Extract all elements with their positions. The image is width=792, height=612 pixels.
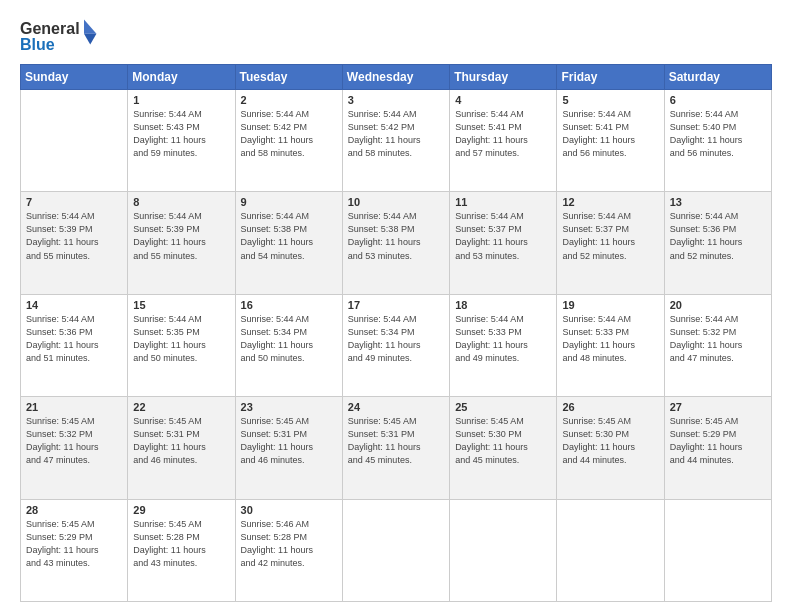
calendar-cell: 1Sunrise: 5:44 AM Sunset: 5:43 PM Daylig… (128, 90, 235, 192)
day-number: 22 (133, 401, 229, 413)
day-info: Sunrise: 5:45 AM Sunset: 5:32 PM Dayligh… (26, 415, 122, 467)
day-info: Sunrise: 5:44 AM Sunset: 5:42 PM Dayligh… (241, 108, 337, 160)
calendar-cell: 25Sunrise: 5:45 AM Sunset: 5:30 PM Dayli… (450, 397, 557, 499)
svg-text:General: General (20, 20, 80, 37)
day-number: 11 (455, 196, 551, 208)
day-info: Sunrise: 5:45 AM Sunset: 5:30 PM Dayligh… (455, 415, 551, 467)
calendar-cell: 27Sunrise: 5:45 AM Sunset: 5:29 PM Dayli… (664, 397, 771, 499)
calendar-cell: 9Sunrise: 5:44 AM Sunset: 5:38 PM Daylig… (235, 192, 342, 294)
calendar-cell: 19Sunrise: 5:44 AM Sunset: 5:33 PM Dayli… (557, 294, 664, 396)
calendar-cell: 14Sunrise: 5:44 AM Sunset: 5:36 PM Dayli… (21, 294, 128, 396)
day-number: 4 (455, 94, 551, 106)
calendar-cell: 15Sunrise: 5:44 AM Sunset: 5:35 PM Dayli… (128, 294, 235, 396)
day-number: 9 (241, 196, 337, 208)
day-info: Sunrise: 5:44 AM Sunset: 5:35 PM Dayligh… (133, 313, 229, 365)
calendar-cell: 28Sunrise: 5:45 AM Sunset: 5:29 PM Dayli… (21, 499, 128, 601)
day-number: 28 (26, 504, 122, 516)
day-number: 30 (241, 504, 337, 516)
day-info: Sunrise: 5:44 AM Sunset: 5:39 PM Dayligh… (26, 210, 122, 262)
day-number: 14 (26, 299, 122, 311)
day-info: Sunrise: 5:45 AM Sunset: 5:28 PM Dayligh… (133, 518, 229, 570)
weekday-header-row: SundayMondayTuesdayWednesdayThursdayFrid… (21, 65, 772, 90)
calendar-cell: 3Sunrise: 5:44 AM Sunset: 5:42 PM Daylig… (342, 90, 449, 192)
calendar-cell: 16Sunrise: 5:44 AM Sunset: 5:34 PM Dayli… (235, 294, 342, 396)
calendar-cell: 17Sunrise: 5:44 AM Sunset: 5:34 PM Dayli… (342, 294, 449, 396)
calendar-cell: 13Sunrise: 5:44 AM Sunset: 5:36 PM Dayli… (664, 192, 771, 294)
day-number: 6 (670, 94, 766, 106)
day-number: 15 (133, 299, 229, 311)
day-number: 17 (348, 299, 444, 311)
calendar-cell: 2Sunrise: 5:44 AM Sunset: 5:42 PM Daylig… (235, 90, 342, 192)
day-info: Sunrise: 5:44 AM Sunset: 5:41 PM Dayligh… (455, 108, 551, 160)
day-number: 18 (455, 299, 551, 311)
day-number: 2 (241, 94, 337, 106)
calendar-cell: 20Sunrise: 5:44 AM Sunset: 5:32 PM Dayli… (664, 294, 771, 396)
weekday-header-tuesday: Tuesday (235, 65, 342, 90)
day-info: Sunrise: 5:44 AM Sunset: 5:33 PM Dayligh… (455, 313, 551, 365)
day-info: Sunrise: 5:45 AM Sunset: 5:31 PM Dayligh… (348, 415, 444, 467)
day-info: Sunrise: 5:44 AM Sunset: 5:36 PM Dayligh… (670, 210, 766, 262)
calendar-cell: 30Sunrise: 5:46 AM Sunset: 5:28 PM Dayli… (235, 499, 342, 601)
calendar-cell: 6Sunrise: 5:44 AM Sunset: 5:40 PM Daylig… (664, 90, 771, 192)
day-number: 16 (241, 299, 337, 311)
day-number: 5 (562, 94, 658, 106)
day-number: 10 (348, 196, 444, 208)
day-info: Sunrise: 5:44 AM Sunset: 5:32 PM Dayligh… (670, 313, 766, 365)
week-row-2: 7Sunrise: 5:44 AM Sunset: 5:39 PM Daylig… (21, 192, 772, 294)
day-info: Sunrise: 5:44 AM Sunset: 5:33 PM Dayligh… (562, 313, 658, 365)
header: GeneralBlue (20, 16, 772, 56)
calendar-cell: 8Sunrise: 5:44 AM Sunset: 5:39 PM Daylig… (128, 192, 235, 294)
svg-text:Blue: Blue (20, 36, 55, 53)
day-info: Sunrise: 5:44 AM Sunset: 5:38 PM Dayligh… (241, 210, 337, 262)
calendar-cell (664, 499, 771, 601)
day-info: Sunrise: 5:44 AM Sunset: 5:40 PM Dayligh… (670, 108, 766, 160)
day-info: Sunrise: 5:44 AM Sunset: 5:38 PM Dayligh… (348, 210, 444, 262)
day-info: Sunrise: 5:45 AM Sunset: 5:31 PM Dayligh… (133, 415, 229, 467)
day-info: Sunrise: 5:44 AM Sunset: 5:41 PM Dayligh… (562, 108, 658, 160)
calendar-cell: 7Sunrise: 5:44 AM Sunset: 5:39 PM Daylig… (21, 192, 128, 294)
day-info: Sunrise: 5:44 AM Sunset: 5:34 PM Dayligh… (348, 313, 444, 365)
day-number: 26 (562, 401, 658, 413)
weekday-header-friday: Friday (557, 65, 664, 90)
day-number: 8 (133, 196, 229, 208)
calendar-cell: 5Sunrise: 5:44 AM Sunset: 5:41 PM Daylig… (557, 90, 664, 192)
weekday-header-monday: Monday (128, 65, 235, 90)
week-row-5: 28Sunrise: 5:45 AM Sunset: 5:29 PM Dayli… (21, 499, 772, 601)
day-number: 13 (670, 196, 766, 208)
day-number: 19 (562, 299, 658, 311)
weekday-header-wednesday: Wednesday (342, 65, 449, 90)
calendar-cell: 22Sunrise: 5:45 AM Sunset: 5:31 PM Dayli… (128, 397, 235, 499)
day-info: Sunrise: 5:44 AM Sunset: 5:37 PM Dayligh… (455, 210, 551, 262)
calendar-cell (450, 499, 557, 601)
weekday-header-saturday: Saturday (664, 65, 771, 90)
day-number: 21 (26, 401, 122, 413)
calendar-cell (21, 90, 128, 192)
calendar-cell (557, 499, 664, 601)
day-info: Sunrise: 5:44 AM Sunset: 5:36 PM Dayligh… (26, 313, 122, 365)
weekday-header-sunday: Sunday (21, 65, 128, 90)
page: GeneralBlue SundayMondayTuesdayWednesday… (0, 0, 792, 612)
calendar-cell: 26Sunrise: 5:45 AM Sunset: 5:30 PM Dayli… (557, 397, 664, 499)
day-number: 7 (26, 196, 122, 208)
weekday-header-thursday: Thursday (450, 65, 557, 90)
day-number: 3 (348, 94, 444, 106)
day-number: 27 (670, 401, 766, 413)
calendar-cell: 24Sunrise: 5:45 AM Sunset: 5:31 PM Dayli… (342, 397, 449, 499)
day-number: 23 (241, 401, 337, 413)
day-info: Sunrise: 5:45 AM Sunset: 5:31 PM Dayligh… (241, 415, 337, 467)
day-info: Sunrise: 5:45 AM Sunset: 5:29 PM Dayligh… (26, 518, 122, 570)
logo-icon: GeneralBlue (20, 16, 100, 56)
day-number: 1 (133, 94, 229, 106)
day-info: Sunrise: 5:45 AM Sunset: 5:29 PM Dayligh… (670, 415, 766, 467)
calendar-cell: 12Sunrise: 5:44 AM Sunset: 5:37 PM Dayli… (557, 192, 664, 294)
day-info: Sunrise: 5:44 AM Sunset: 5:43 PM Dayligh… (133, 108, 229, 160)
calendar-cell: 10Sunrise: 5:44 AM Sunset: 5:38 PM Dayli… (342, 192, 449, 294)
svg-marker-2 (84, 20, 96, 34)
day-info: Sunrise: 5:44 AM Sunset: 5:34 PM Dayligh… (241, 313, 337, 365)
day-info: Sunrise: 5:46 AM Sunset: 5:28 PM Dayligh… (241, 518, 337, 570)
day-number: 29 (133, 504, 229, 516)
day-info: Sunrise: 5:44 AM Sunset: 5:39 PM Dayligh… (133, 210, 229, 262)
calendar-cell (342, 499, 449, 601)
calendar-table: SundayMondayTuesdayWednesdayThursdayFrid… (20, 64, 772, 602)
calendar-cell: 21Sunrise: 5:45 AM Sunset: 5:32 PM Dayli… (21, 397, 128, 499)
